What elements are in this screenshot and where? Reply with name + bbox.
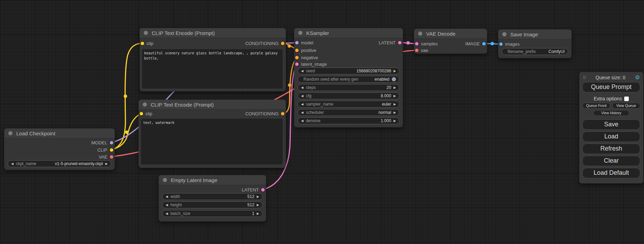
latent-port-dot[interactable] (261, 188, 265, 191)
clip-text-encode-2-prompt-textarea[interactable]: text, watermark (141, 119, 283, 164)
node-collapse-dot-icon[interactable] (144, 31, 148, 35)
queue-front-button[interactable]: Queue Front (582, 103, 610, 109)
drag-handle-icon[interactable]: ⠿ (583, 75, 586, 80)
clear-button[interactable]: Clear (582, 156, 640, 166)
wire-dot-decode-image-to-save[interactable] (491, 42, 494, 45)
load-button[interactable]: Load (582, 132, 640, 142)
wire-dot-ksampler-latent-to-decode[interactable] (406, 41, 410, 45)
vae-decode-input-samples[interactable]: samples (415, 41, 438, 46)
vae-decode-input-vae[interactable]: vae (415, 48, 428, 53)
empty-latent-image-title-bar[interactable]: Empty Latent Image (159, 175, 266, 185)
clip-text-encode-1-input-clip[interactable]: clip (141, 41, 153, 46)
node-collapse-dot-icon[interactable] (163, 178, 167, 182)
node-collapse-dot-icon[interactable] (8, 131, 12, 135)
view-queue-button[interactable]: View Queue (612, 103, 640, 109)
clip-text-encode-2-title-bar[interactable]: CLIP Text Encode (Prompt) (139, 100, 286, 110)
clip-port-dot[interactable] (140, 112, 143, 115)
increment-arrow-icon[interactable]: ▶ (257, 195, 259, 198)
vae-decode-title-bar[interactable]: VAE Decode (414, 29, 487, 39)
image-port-dot[interactable] (482, 42, 486, 45)
empty-latent-image-widget-width[interactable]: ◀width512▶ (162, 193, 263, 200)
extra-options-checkbox[interactable] (624, 97, 629, 101)
node-vae-decode[interactable]: VAE DecodesamplesvaeIMAGE (414, 29, 487, 54)
vae-decode-output-image[interactable]: IMAGE (465, 41, 486, 46)
decrement-arrow-icon[interactable]: ◀ (301, 70, 303, 73)
load-checkpoint-title-bar[interactable]: Load Checkpoint (4, 128, 115, 138)
view-history-button[interactable]: View History (593, 110, 629, 116)
node-collapse-dot-icon[interactable] (143, 102, 147, 107)
increment-arrow-icon[interactable]: ▶ (257, 204, 259, 207)
latent-port-dot[interactable] (398, 41, 402, 44)
image-port-dot[interactable] (499, 42, 503, 46)
latent-port-dot[interactable] (415, 42, 418, 45)
node-collapse-dot-icon[interactable] (298, 31, 302, 35)
ksampler-widget-random-seed-after-every-gen[interactable]: Random seed after every genenabled (298, 76, 399, 83)
refresh-button[interactable]: Refresh (582, 144, 640, 154)
ksampler-input-negative[interactable]: negative (295, 55, 318, 60)
decrement-arrow-icon[interactable]: ◀ (301, 103, 303, 106)
node-collapse-dot-icon[interactable] (502, 32, 506, 36)
queue-prompt-button[interactable]: Queue Prompt (582, 82, 640, 92)
increment-arrow-icon[interactable]: ▶ (394, 119, 396, 123)
increment-arrow-icon[interactable]: ▶ (105, 162, 108, 165)
save-image-input-images[interactable]: images (499, 42, 520, 47)
empty-latent-image-widget-batch-size[interactable]: ◀batch_size1▶ (162, 210, 263, 217)
clip-text-encode-1-title-bar[interactable]: CLIP Text Encode (Prompt) (140, 28, 286, 38)
node-load-checkpoint[interactable]: Load CheckpointMODELCLIPVAE◀ckpt_namev1-… (4, 128, 115, 170)
ksampler-widget-sampler-name[interactable]: ◀sampler_nameeuler▶ (298, 101, 399, 108)
decrement-arrow-icon[interactable]: ◀ (11, 162, 14, 165)
node-collapse-dot-icon[interactable] (418, 31, 422, 36)
save-image-widget-filename-prefix[interactable]: filename_prefixComfyUI (502, 48, 568, 55)
ksampler-input-model[interactable]: model (295, 40, 313, 45)
ksampler-widget-steps[interactable]: ◀steps20▶ (298, 84, 399, 91)
node-clip-text-encode-2[interactable]: CLIP Text Encode (Prompt)clipCONDITIONIN… (139, 100, 286, 168)
increment-arrow-icon[interactable]: ▶ (394, 94, 396, 98)
load-checkpoint-output-model[interactable]: MODEL (91, 140, 113, 145)
load-checkpoint-widget-ckpt-name[interactable]: ◀ckpt_namev1-5-pruned-emaonly.ckpt▶ (8, 160, 111, 167)
ksampler-widget-scheduler[interactable]: ◀schedulernormal▶ (298, 109, 399, 116)
node-empty-latent-image[interactable]: Empty Latent ImageLATENT◀width512▶◀heigh… (159, 175, 266, 222)
node-ksampler[interactable]: KSamplermodelpositivenegativelatent_imag… (294, 28, 403, 127)
decrement-arrow-icon[interactable]: ◀ (301, 119, 303, 123)
increment-arrow-icon[interactable]: ▶ (394, 103, 396, 106)
wire-dot-positive-conditioning[interactable] (288, 44, 291, 48)
increment-arrow-icon[interactable]: ▶ (394, 70, 396, 73)
settings-gear-icon[interactable]: ⚙ (635, 75, 640, 80)
ksampler-input-latent_image[interactable]: latent_image (295, 62, 327, 67)
decrement-arrow-icon[interactable]: ◀ (166, 195, 168, 198)
model-port-dot[interactable] (295, 41, 299, 44)
vae-port-dot[interactable] (110, 155, 113, 159)
clip-port-dot[interactable] (110, 148, 113, 152)
increment-arrow-icon[interactable]: ▶ (257, 212, 259, 215)
latent-port-dot[interactable] (295, 62, 299, 66)
conditioning-port-dot[interactable] (281, 112, 284, 115)
conditioning-port-dot[interactable] (295, 56, 299, 59)
wire-dot-negative-conditioning[interactable] (288, 83, 291, 87)
empty-latent-image-widget-height[interactable]: ◀height512▶ (162, 201, 263, 208)
conditioning-port-dot[interactable] (295, 48, 299, 52)
decrement-arrow-icon[interactable]: ◀ (301, 111, 303, 114)
decrement-arrow-icon[interactable]: ◀ (166, 212, 168, 215)
ksampler-widget-seed[interactable]: ◀seed156680208700286▶ (298, 67, 399, 74)
decrement-arrow-icon[interactable]: ◀ (166, 204, 168, 207)
ksampler-widget-cfg[interactable]: ◀cfg8.000▶ (298, 92, 399, 99)
clip-text-encode-2-output-conditioning[interactable]: CONDITIONING (245, 111, 284, 116)
toggle-on-icon[interactable] (392, 77, 396, 81)
clip-text-encode-1-prompt-textarea[interactable]: beautiful scenery nature glass bottle la… (142, 49, 283, 89)
save-button[interactable]: Save (582, 119, 640, 130)
node-clip-text-encode-1[interactable]: CLIP Text Encode (Prompt)clipCONDITIONIN… (140, 28, 286, 91)
empty-latent-image-output-latent[interactable]: LATENT (242, 187, 265, 192)
load-checkpoint-output-clip[interactable]: CLIP (97, 147, 113, 153)
save-image-title-bar[interactable]: Save Image (498, 29, 572, 39)
clip-port-dot[interactable] (141, 42, 144, 45)
vae-port-dot[interactable] (415, 48, 418, 52)
conditioning-port-dot[interactable] (281, 42, 284, 45)
decrement-arrow-icon[interactable]: ◀ (301, 86, 303, 89)
model-port-dot[interactable] (110, 141, 113, 144)
clip-text-encode-1-output-conditioning[interactable]: CONDITIONING (245, 41, 284, 46)
increment-arrow-icon[interactable]: ▶ (394, 86, 396, 89)
wire-dot-checkpoint-clip-to-prompt1[interactable] (124, 94, 127, 98)
ksampler-output-latent[interactable]: LATENT (379, 40, 402, 45)
ksampler-title-bar[interactable]: KSampler (294, 28, 403, 38)
ksampler-widget-denoise[interactable]: ◀denoise1.000▶ (298, 117, 399, 124)
